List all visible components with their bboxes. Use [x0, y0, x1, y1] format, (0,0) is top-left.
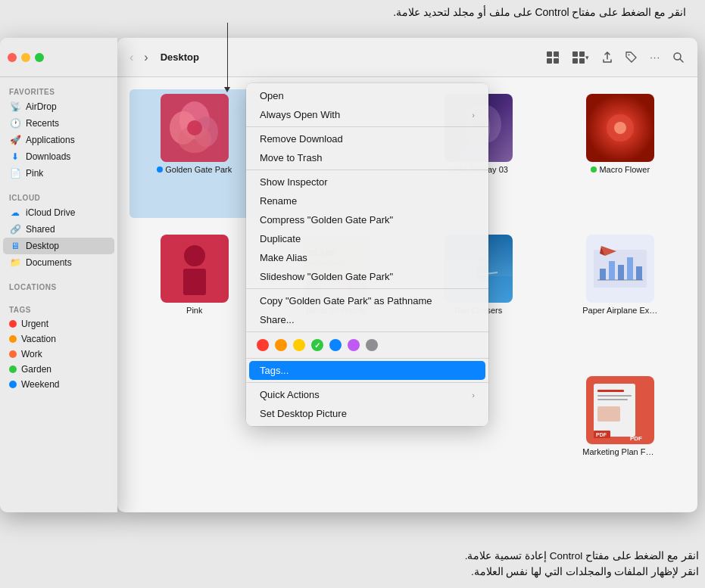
svg-rect-54 — [597, 395, 632, 397]
file-thumbnail — [161, 235, 229, 303]
window-title: Desktop — [161, 51, 199, 63]
svg-text:PDF: PDF — [630, 435, 642, 442]
grid-view-button[interactable] — [542, 48, 563, 67]
sidebar-item-label: Downloads — [26, 151, 70, 162]
menu-rename[interactable]: Rename — [249, 191, 485, 210]
sidebar-item-work[interactable]: Work — [3, 347, 114, 362]
sidebar-item-downloads[interactable]: ⬇ Downloads — [3, 148, 114, 165]
sidebar-item-label: iCloud Drive — [26, 207, 75, 218]
menu-set-desktop-picture[interactable]: Set Desktop Picture — [249, 404, 485, 423]
sidebar-item-label: Weekend — [21, 379, 59, 390]
work-dot — [9, 350, 17, 358]
menu-compress[interactable]: Compress "Golden Gate Park" — [249, 210, 485, 229]
bottom-annotation: انقر مع الضغط على مفتاح Control إعادة تس… — [125, 548, 699, 580]
sidebar-item-icloud-drive[interactable]: ☁ iCloud Drive — [3, 204, 114, 221]
menu-show-inspector[interactable]: Show Inspector — [249, 173, 485, 191]
file-thumbnail: PDF PDF — [586, 376, 654, 444]
file-item-paper-airplane[interactable]: Paper Airplane Experiment — [556, 230, 686, 359]
sidebar-item-garden[interactable]: Garden — [3, 362, 114, 377]
downloads-icon: ⬇ — [9, 151, 21, 163]
recents-icon: 🕐 — [9, 117, 21, 129]
sidebar-item-vacation[interactable]: Vacation — [3, 331, 114, 347]
sidebar-item-label: Vacation — [21, 334, 56, 344]
sidebar-item-shared[interactable]: 🔗 Shared — [3, 221, 114, 238]
menu-duplicate[interactable]: Duplicate — [249, 229, 485, 248]
documents-icon: 📁 — [9, 257, 21, 269]
menu-share[interactable]: Share... — [249, 310, 485, 329]
sidebar-item-label: Urgent — [21, 319, 48, 329]
applications-icon: 🚀 — [9, 134, 21, 146]
sidebar-item-label: Desktop — [26, 241, 59, 251]
color-swatch-yellow[interactable] — [293, 339, 305, 351]
color-swatch-blue[interactable] — [329, 339, 342, 351]
marketing-art: PDF PDF — [586, 376, 654, 444]
color-swatch-red[interactable] — [257, 339, 269, 351]
menu-tags[interactable]: Tags... — [249, 361, 485, 380]
menu-quick-actions[interactable]: Quick Actions › — [249, 385, 485, 404]
share-button[interactable] — [597, 49, 617, 66]
more-button[interactable]: ··· — [646, 49, 664, 65]
file-item-marketing[interactable]: PDF PDF Marketing Plan Fall 2019 — [556, 372, 686, 500]
search-button[interactable] — [669, 49, 688, 66]
file-name: Macro Flower — [599, 165, 650, 174]
menu-make-alias-label: Make Alias — [260, 252, 307, 263]
flower-art — [161, 94, 229, 162]
weekend-dot — [9, 381, 17, 388]
color-swatch-orange[interactable] — [275, 339, 287, 351]
file-item-golden-gate[interactable]: Golden Gate Park — [129, 89, 260, 218]
sidebar-item-label: Garden — [21, 364, 51, 375]
file-item-macro-flower[interactable]: Macro Flower — [556, 89, 686, 218]
sidebar-item-airdrop[interactable]: 📡 AirDrop — [3, 98, 114, 115]
sidebar-item-documents[interactable]: 📁 Documents — [3, 254, 114, 271]
view-options-button[interactable]: ▾ — [568, 48, 593, 67]
menu-always-open-with-label: Always Open With — [260, 109, 340, 120]
menu-make-alias[interactable]: Make Alias — [249, 248, 485, 267]
close-button[interactable] — [8, 53, 17, 62]
back-button[interactable]: ‹ — [126, 49, 136, 66]
svg-rect-7 — [579, 58, 585, 64]
menu-open[interactable]: Open — [249, 86, 485, 105]
color-swatches-row: ✓ — [246, 334, 488, 356]
file-name-badge: Macro Flower — [591, 165, 650, 174]
menu-copy-pathname[interactable]: Copy "Golden Gate Park" as Pathname — [249, 291, 485, 310]
color-swatch-purple[interactable] — [348, 339, 360, 351]
fullscreen-button[interactable] — [35, 53, 44, 62]
svg-rect-1 — [554, 51, 559, 57]
color-swatch-green[interactable]: ✓ — [311, 339, 323, 351]
share-icon — [601, 51, 613, 64]
sidebar-item-urgent[interactable]: Urgent — [3, 316, 114, 331]
menu-separator — [246, 170, 488, 170]
pink-art — [161, 235, 229, 303]
color-swatch-gray[interactable] — [366, 339, 378, 351]
file-thumbnail — [586, 235, 654, 303]
file-thumbnail — [161, 94, 229, 162]
sidebar-item-recents[interactable]: 🕐 Recents — [3, 115, 114, 132]
vacation-dot — [9, 335, 17, 343]
minimize-button[interactable] — [21, 53, 30, 62]
menu-remove-download[interactable]: Remove Download — [249, 129, 485, 148]
menu-compress-label: Compress "Golden Gate Park" — [260, 214, 393, 226]
sidebar-item-desktop[interactable]: 🖥 Desktop — [3, 238, 114, 254]
menu-always-open-with[interactable]: Always Open With › — [249, 105, 485, 124]
menu-rename-label: Rename — [260, 195, 297, 207]
file-item-pink[interactable]: Pink — [129, 230, 260, 359]
finder-window: ‹ › Desktop ▾ — [117, 38, 697, 512]
svg-point-8 — [629, 54, 630, 55]
menu-slideshow[interactable]: Slideshow "Golden Gate Park" — [249, 267, 485, 286]
sidebar-item-applications[interactable]: 🚀 Applications — [3, 132, 114, 148]
svg-rect-2 — [547, 58, 552, 64]
svg-rect-6 — [572, 58, 578, 64]
menu-show-inspector-label: Show Inspector — [260, 176, 328, 188]
shared-icon: 🔗 — [9, 223, 21, 235]
menu-share-label: Share... — [260, 314, 295, 325]
sidebar-item-weekend[interactable]: Weekend — [3, 377, 114, 392]
sidebar-item-pink[interactable]: 📄 Pink — [3, 165, 114, 182]
forward-button[interactable]: › — [141, 49, 151, 66]
menu-duplicate-label: Duplicate — [260, 233, 301, 244]
bottom-annotation-line2: انقر لإظهار الملفات والمجلدات التي لها ن… — [125, 564, 699, 580]
menu-set-desktop-picture-label: Set Desktop Picture — [260, 408, 347, 419]
file-thumbnail — [586, 94, 654, 162]
sidebar-item-label: Shared — [26, 224, 55, 235]
tag-button[interactable] — [622, 49, 641, 66]
menu-move-to-trash[interactable]: Move to Trash — [249, 148, 485, 167]
